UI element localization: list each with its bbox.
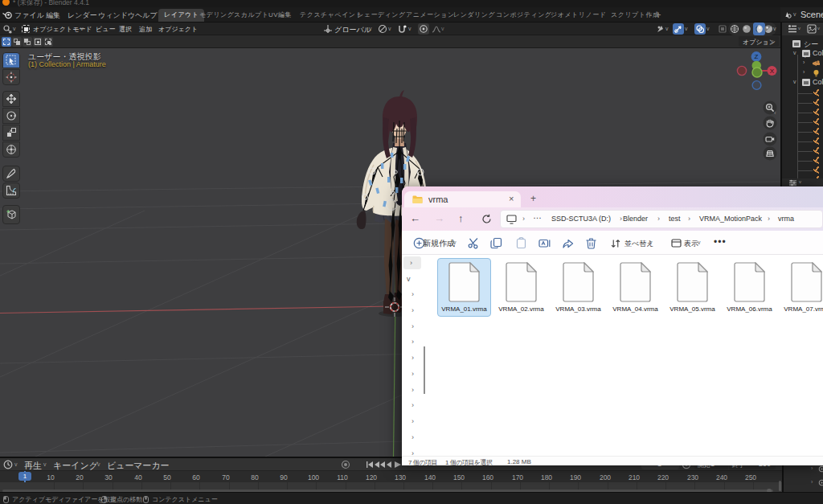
svg-text:X: X — [770, 68, 775, 75]
svg-text:Z: Z — [755, 53, 759, 60]
